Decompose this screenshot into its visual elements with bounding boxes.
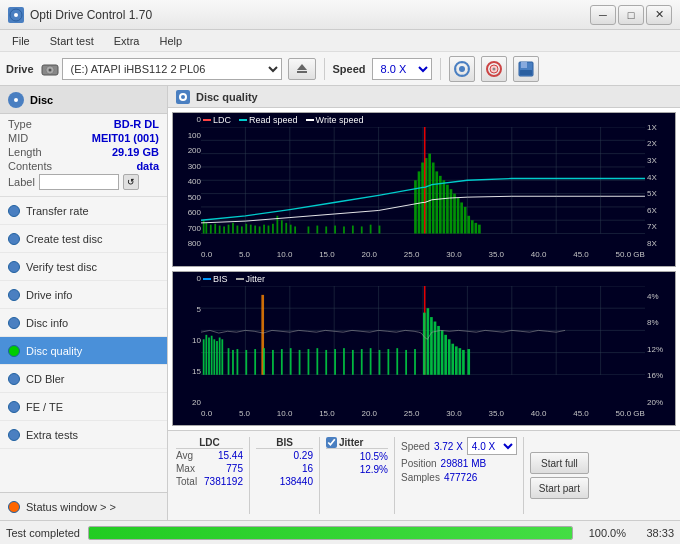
svg-rect-80 (450, 189, 453, 233)
svg-rect-51 (254, 226, 256, 234)
nav-icon-extra-tests (8, 429, 20, 441)
svg-rect-39 (203, 220, 205, 233)
svg-rect-125 (316, 348, 318, 375)
start-full-button[interactable]: Start full (530, 452, 589, 474)
sidebar-item-transfer-rate[interactable]: Transfer rate (0, 197, 167, 225)
label-refresh-button[interactable]: ↺ (123, 174, 139, 190)
label-input[interactable] (39, 174, 119, 190)
charts-container: LDC Read speed Write speed 800 700 60 (168, 108, 680, 430)
sidebar-item-create-test-disc[interactable]: Create test disc (0, 225, 167, 253)
svg-rect-78 (443, 180, 446, 233)
svg-rect-110 (213, 339, 215, 375)
title-bar: Opti Drive Control 1.70 ─ □ ✕ (0, 0, 680, 30)
jitter-avg: 10.5% (360, 451, 388, 462)
bis-chart-legend: BIS Jitter (203, 274, 265, 284)
svg-rect-138 (427, 308, 430, 375)
start-part-button[interactable]: Start part (530, 477, 589, 499)
samples-row: Samples 477726 (401, 472, 517, 483)
menu-start-test[interactable]: Start test (42, 33, 102, 49)
svg-rect-48 (241, 226, 243, 233)
nav-label-drive-info: Drive info (26, 289, 72, 301)
svg-rect-42 (214, 224, 216, 234)
legend-ldc-label: LDC (213, 115, 231, 125)
minimize-button[interactable]: ─ (590, 5, 616, 25)
svg-rect-128 (343, 348, 345, 375)
speed-select-stats[interactable]: 4.0 X (467, 437, 517, 455)
nav-icon-disc-quality (8, 345, 20, 357)
svg-rect-109 (211, 336, 213, 375)
time-display: 38:33 (634, 527, 674, 539)
menu-file[interactable]: File (4, 33, 38, 49)
legend-bis-label: BIS (213, 274, 228, 284)
type-label: Type (8, 118, 32, 130)
disc-header-icon (8, 92, 24, 108)
svg-rect-131 (370, 348, 372, 375)
svg-point-1 (14, 13, 18, 17)
svg-rect-68 (370, 225, 372, 234)
svg-rect-147 (459, 348, 462, 375)
svg-rect-117 (245, 350, 247, 375)
sidebar-item-disc-quality[interactable]: Disc quality (0, 337, 167, 365)
svg-rect-82 (457, 198, 460, 234)
contents-label: Contents (8, 160, 52, 172)
svg-rect-63 (325, 226, 327, 233)
speed-label: Speed (333, 63, 366, 75)
svg-rect-124 (308, 349, 310, 375)
sidebar-item-fe-te[interactable]: FE / TE (0, 393, 167, 421)
svg-rect-62 (316, 226, 318, 234)
sidebar-item-verify-test-disc[interactable]: Verify test disc (0, 253, 167, 281)
svg-rect-116 (237, 349, 239, 375)
disc-icon (485, 60, 503, 78)
save-button[interactable] (513, 56, 539, 82)
status-window-button[interactable]: Status window > > (0, 492, 167, 520)
drive-label: Drive (6, 63, 34, 75)
status-window-icon (8, 501, 20, 513)
sidebar-item-drive-info[interactable]: Drive info (0, 281, 167, 309)
sidebar: Disc Type BD-R DL MID MEIT01 (001) Lengt… (0, 86, 168, 520)
svg-rect-143 (444, 335, 447, 375)
nav-label-verify-test-disc: Verify test disc (26, 261, 97, 273)
nav-icon-fe-te (8, 401, 20, 413)
svg-point-4 (48, 68, 51, 71)
stats-divider-4 (523, 437, 524, 514)
sidebar-item-disc-info[interactable]: Disc info (0, 309, 167, 337)
eject-button[interactable] (288, 58, 316, 80)
window-controls: ─ □ ✕ (590, 5, 672, 25)
ldc-chart-svg (201, 127, 645, 234)
svg-rect-83 (460, 202, 463, 233)
max-label: Max (176, 463, 195, 474)
drive-select[interactable]: (E:) ATAPI iHBS112 2 PL06 (62, 58, 282, 80)
menu-extra[interactable]: Extra (106, 33, 148, 49)
legend-bis-dot (203, 278, 211, 280)
svg-rect-142 (441, 330, 444, 374)
svg-rect-126 (325, 350, 327, 375)
bis-y-axis-right: 20% 16% 12% 8% 4% (645, 272, 675, 409)
jitter-checkbox[interactable] (326, 437, 337, 448)
bis-chart-svg (201, 286, 645, 375)
svg-rect-54 (268, 226, 270, 234)
svg-rect-132 (379, 350, 381, 375)
toolbar-separator-2 (440, 58, 441, 80)
toolbar-separator (324, 58, 325, 80)
nav-icon-verify-test-disc (8, 261, 20, 273)
svg-rect-66 (352, 226, 354, 234)
ldc-y-axis-right: 8X 7X 6X 5X 4X 3X 2X 1X (645, 113, 675, 250)
position-row: Position 29881 MB (401, 458, 517, 469)
speed-select[interactable]: 8.0 X (372, 58, 432, 80)
legend-jitter-dot (236, 278, 244, 280)
svg-rect-140 (434, 322, 437, 375)
disc-button[interactable] (481, 56, 507, 82)
svg-point-20 (181, 95, 185, 99)
disc-header: Disc (0, 86, 167, 114)
nav-icon-disc-info (8, 317, 20, 329)
svg-rect-148 (462, 350, 465, 375)
scan-button[interactable] (449, 56, 475, 82)
svg-rect-65 (343, 226, 345, 233)
sidebar-item-cd-bler[interactable]: CD Bler (0, 365, 167, 393)
svg-rect-84 (464, 207, 467, 234)
maximize-button[interactable]: □ (618, 5, 644, 25)
sidebar-item-extra-tests[interactable]: Extra tests (0, 421, 167, 449)
svg-rect-74 (428, 154, 431, 234)
close-button[interactable]: ✕ (646, 5, 672, 25)
menu-help[interactable]: Help (151, 33, 190, 49)
